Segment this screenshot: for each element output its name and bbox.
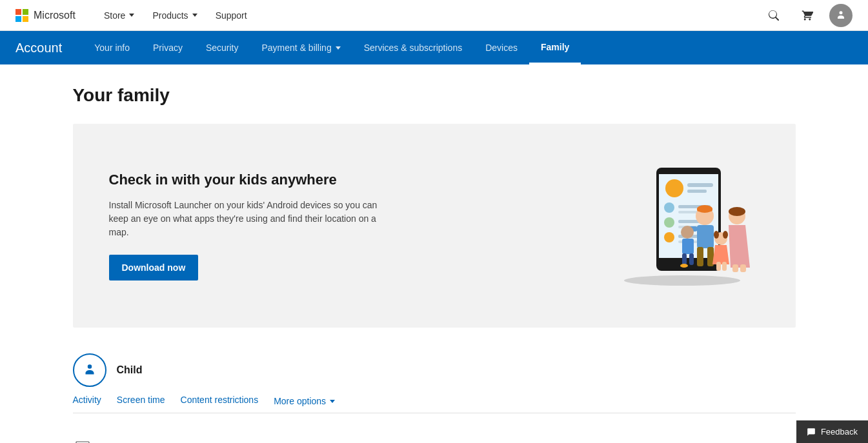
top-nav-icons [762,4,853,27]
more-options-button[interactable]: More options [274,396,335,406]
svg-rect-35 [722,262,727,271]
cart-icon [802,10,813,21]
top-navigation: Microsoft Store Products Support [0,0,868,31]
child-name: Child [117,364,143,376]
banner-description: Install Microsoft Launcher on your kids'… [109,199,380,239]
account-nav-links: Your info Privacy Security Payment & bil… [83,31,581,64]
banner-illustration [579,155,760,297]
svg-point-33 [723,231,728,239]
ms-logo-grid [15,9,28,22]
microsoft-logo[interactable]: Microsoft [15,9,76,22]
store-chevron-icon [129,14,134,17]
nav-store[interactable]: Store [96,0,142,31]
svg-rect-19 [697,247,703,266]
more-options-chevron-icon [330,400,335,403]
search-icon [769,10,779,21]
main-content: Your family Check in with your kids anyw… [47,64,822,443]
svg-rect-25 [740,264,746,272]
svg-rect-18 [697,225,714,248]
svg-rect-24 [732,264,738,272]
account-title: Account [15,31,77,64]
child-section: Child Activity Screen time Content restr… [73,353,796,413]
svg-point-32 [714,231,719,239]
svg-rect-34 [716,262,721,271]
tab-screen-time[interactable]: Screen time [117,395,165,408]
banner-title: Check in with your kids anywhere [109,172,380,188]
download-now-button[interactable]: Download now [109,255,199,281]
payment-chevron-icon [336,46,341,50]
svg-rect-27 [682,239,694,254]
svg-point-5 [664,202,674,213]
family-illustration-svg [579,155,760,297]
child-tabs: Activity Screen time Content restriction… [73,395,796,413]
search-button[interactable] [762,4,785,27]
child-header: Child [73,353,796,387]
nav-security[interactable]: Security [194,31,250,64]
nav-payment-billing[interactable]: Payment & billing [250,31,352,64]
money-row: Add money so can shop within limits Add … [73,429,796,443]
nav-privacy[interactable]: Privacy [141,31,194,64]
svg-point-8 [664,217,674,228]
avatar-icon [834,9,847,22]
child-avatar [73,353,106,387]
svg-rect-28 [682,253,687,265]
feedback-button[interactable]: Feedback [796,420,868,443]
svg-point-11 [664,232,674,242]
svg-rect-3 [687,183,713,187]
feedback-label: Feedback [821,427,858,437]
nav-products[interactable]: Products [145,0,205,31]
nav-services-subscriptions[interactable]: Services & subscriptions [352,31,474,64]
tab-content-restrictions[interactable]: Content restrictions [181,395,259,408]
top-nav-links: Store Products Support [96,0,762,31]
nav-your-info[interactable]: Your info [83,31,141,64]
brand-name: Microsoft [34,10,76,21]
nav-family[interactable]: Family [529,31,581,64]
account-navigation: Account Your info Privacy Security Payme… [0,31,868,64]
person-icon [81,362,98,379]
tab-activity[interactable]: Activity [73,395,101,408]
nav-devices[interactable]: Devices [474,31,529,64]
svg-rect-29 [689,253,694,265]
svg-rect-17 [697,208,712,212]
wallet-icon [73,439,96,443]
svg-point-26 [681,226,694,239]
products-chevron-icon [192,14,197,17]
cart-button[interactable] [796,4,819,27]
feedback-icon [807,428,816,437]
svg-point-30 [680,264,688,268]
svg-rect-4 [687,190,707,193]
svg-point-2 [665,179,683,197]
svg-point-23 [729,207,745,216]
nav-support[interactable]: Support [208,0,255,31]
user-avatar-button[interactable] [829,4,853,27]
banner-text-area: Check in with your kids anywhere Install… [109,172,380,281]
page-title: Your family [73,85,796,106]
banner-card: Check in with your kids anywhere Install… [73,124,796,328]
svg-point-14 [624,275,740,286]
